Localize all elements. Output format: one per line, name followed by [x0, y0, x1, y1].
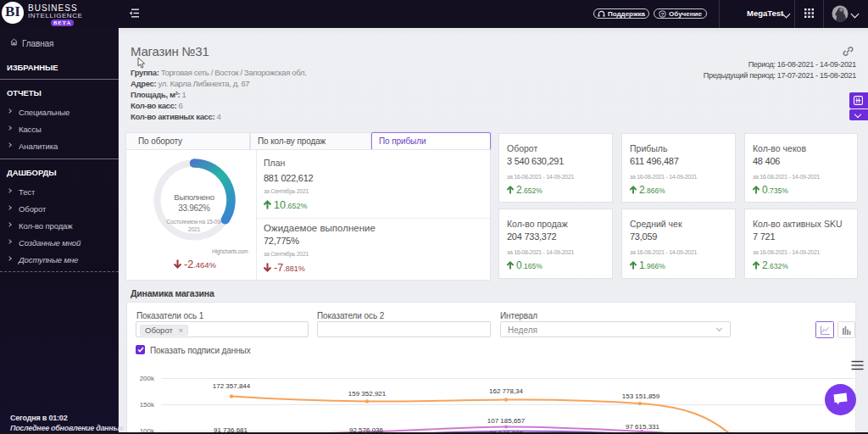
- svg-text:?: ?: [661, 11, 665, 16]
